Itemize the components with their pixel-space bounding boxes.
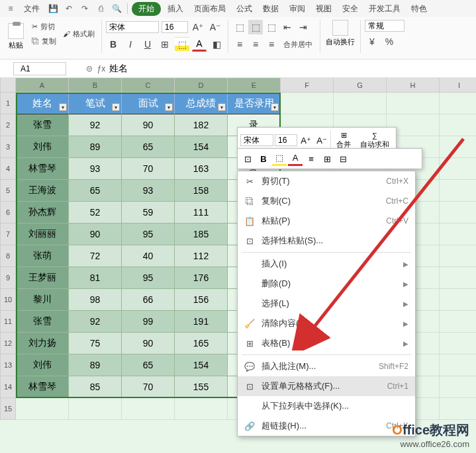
tab-start[interactable]: 开始	[132, 2, 161, 16]
ctx-item[interactable]: 选择(L)▶	[238, 294, 415, 313]
cell-reference[interactable]	[13, 62, 66, 75]
currency-icon[interactable]: ¥	[365, 34, 379, 49]
cell[interactable]	[334, 93, 387, 114]
data-cell[interactable]: 191	[175, 311, 228, 333]
data-cell[interactable]: 154	[175, 354, 228, 376]
col-header-F[interactable]: F	[281, 78, 334, 93]
data-cell[interactable]: 165	[175, 333, 228, 354]
data-cell[interactable]: 89	[69, 136, 122, 158]
bold-button[interactable]: B	[106, 37, 120, 52]
fx-icon[interactable]: ⊝ ƒx	[86, 64, 105, 73]
data-cell[interactable]: 40	[122, 245, 175, 267]
data-cell[interactable]: 85	[69, 376, 122, 398]
cell[interactable]	[440, 333, 476, 354]
row-header-13[interactable]: 13	[0, 354, 16, 376]
ctx-item[interactable]: 🧹清除内容(N)▶	[238, 313, 415, 333]
cell[interactable]	[281, 93, 334, 114]
cell[interactable]	[440, 376, 476, 398]
data-cell[interactable]: 70	[122, 158, 175, 180]
data-cell[interactable]: 111	[175, 202, 228, 224]
header-cell[interactable]: 是否录用▾	[228, 93, 281, 114]
cell[interactable]	[387, 93, 440, 114]
menu-icon[interactable]: ≡	[4, 2, 17, 15]
size-select[interactable]	[162, 21, 188, 33]
preview-icon[interactable]: 🔍	[110, 2, 123, 15]
data-cell[interactable]: 林雪琴	[16, 158, 69, 180]
header-cell[interactable]: 总成绩▾	[175, 93, 228, 114]
col-header-I[interactable]: I	[440, 78, 476, 93]
data-cell[interactable]: 王海波	[16, 180, 69, 202]
copy-button[interactable]: ⿻复制	[29, 34, 59, 48]
tab-layout[interactable]: 页面布局	[190, 2, 230, 16]
data-cell[interactable]: 154	[175, 136, 228, 158]
row-header-8[interactable]: 8	[0, 245, 16, 267]
row-header-5[interactable]: 5	[0, 180, 16, 202]
data-cell[interactable]: 182	[175, 114, 228, 136]
filter-dropdown-icon[interactable]: ▾	[165, 103, 173, 111]
row-header-3[interactable]: 3	[0, 136, 16, 158]
data-cell[interactable]: 90	[122, 333, 175, 354]
percent-icon[interactable]: %	[382, 34, 397, 49]
font-select[interactable]	[106, 21, 159, 33]
wrap-button[interactable]: 自动换行	[324, 20, 356, 47]
tab-formula[interactable]: 公式	[232, 2, 256, 16]
header-cell[interactable]: 姓名▾	[16, 93, 69, 114]
data-cell[interactable]: 65	[122, 136, 175, 158]
align-top-icon[interactable]: ⬚	[232, 20, 247, 34]
increase-font-icon[interactable]: A⁺	[191, 20, 205, 34]
format-painter-button[interactable]: 🖌格式刷	[60, 20, 97, 48]
header-cell[interactable]: 笔试▾	[69, 93, 122, 114]
row-header-11[interactable]: 11	[0, 311, 16, 333]
row-header-6[interactable]: 6	[0, 202, 16, 224]
data-cell[interactable]: 72	[69, 245, 122, 267]
cell[interactable]	[122, 398, 175, 420]
col-header-H[interactable]: H	[387, 78, 440, 93]
cell[interactable]	[440, 245, 476, 267]
row-header-4[interactable]: 4	[0, 158, 16, 180]
data-cell[interactable]: 98	[69, 289, 122, 311]
tab-data[interactable]: 数据	[259, 2, 283, 16]
decrease-font-icon[interactable]: A⁻	[208, 20, 222, 34]
cell[interactable]	[440, 202, 476, 224]
header-cell[interactable]: 面试▾	[122, 93, 175, 114]
ctx-item[interactable]: 📋粘贴(P)Ctrl+V	[238, 211, 415, 231]
paste-button[interactable]: 粘贴	[4, 20, 28, 53]
underline-button[interactable]: U	[140, 37, 155, 52]
data-cell[interactable]: 刘丽丽	[16, 224, 69, 245]
data-cell[interactable]: 66	[122, 289, 175, 311]
ctx-item[interactable]: ⊡设置单元格格式(F)...Ctrl+1	[238, 376, 415, 396]
row-header-14[interactable]: 14	[0, 376, 16, 398]
data-cell[interactable]: 93	[69, 158, 122, 180]
data-cell[interactable]: 刘伟	[16, 354, 69, 376]
data-cell[interactable]: 155	[175, 376, 228, 398]
formula-value[interactable]: 姓名	[109, 63, 128, 75]
ctx-item[interactable]: ⊡选择性粘贴(S)...	[238, 231, 415, 251]
mini-clear-button[interactable]: ⊟	[336, 151, 350, 166]
row-header-1[interactable]: 1	[0, 93, 16, 114]
align-bot-icon[interactable]: ⬚	[264, 20, 279, 34]
col-header-B[interactable]: B	[69, 78, 122, 93]
data-cell[interactable]: 刘伟	[16, 136, 69, 158]
ctx-item[interactable]: 🔗超链接(H)...Ctrl+K	[238, 416, 415, 436]
cell[interactable]	[175, 398, 228, 420]
cell[interactable]	[440, 267, 476, 289]
data-cell[interactable]: 176	[175, 267, 228, 289]
data-cell[interactable]: 黎川	[16, 289, 69, 311]
cell[interactable]	[440, 158, 476, 180]
cell[interactable]	[440, 398, 476, 420]
data-cell[interactable]: 65	[122, 354, 175, 376]
mini-align-button[interactable]: ≡	[304, 151, 318, 166]
data-cell[interactable]: 92	[69, 114, 122, 136]
cell[interactable]	[440, 289, 476, 311]
cell[interactable]	[440, 114, 476, 136]
cell[interactable]	[440, 354, 476, 376]
filter-dropdown-icon[interactable]: ▾	[112, 103, 120, 111]
italic-button[interactable]: I	[123, 37, 138, 52]
filter-dropdown-icon[interactable]: ▾	[59, 103, 67, 111]
redo-icon[interactable]: ↷	[78, 2, 91, 15]
row-header-2[interactable]: 2	[0, 114, 16, 136]
font-color-button[interactable]: A	[192, 37, 207, 52]
align-left-icon[interactable]: ≡	[232, 37, 247, 52]
data-cell[interactable]: 张萌	[16, 245, 69, 267]
ctx-item[interactable]: ⊞表格(B)▶	[238, 333, 415, 353]
